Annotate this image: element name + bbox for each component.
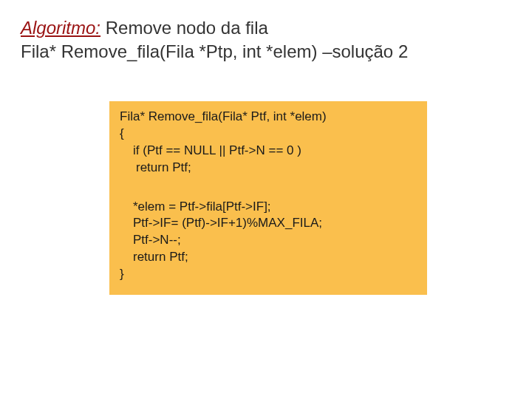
slide: Algoritmo: Remove nodo da fila Fila* Rem… bbox=[0, 0, 532, 295]
code-line: Fila* Remove_fila(Fila* Ptf, int *elem) bbox=[120, 109, 417, 126]
slide-title: Algoritmo: Remove nodo da fila Fila* Rem… bbox=[21, 16, 511, 64]
code-blank bbox=[120, 177, 417, 199]
code-box: Fila* Remove_fila(Fila* Ptf, int *elem) … bbox=[109, 101, 427, 295]
code-line: Ptf->N--; bbox=[120, 232, 417, 249]
title-algo-label: Algoritmo: bbox=[21, 18, 100, 38]
title-rest-line1: Remove nodo da fila bbox=[100, 18, 268, 38]
code-line: if (Ptf == NULL || Ptf->N == 0 ) bbox=[120, 143, 417, 160]
code-line: return Ptf; bbox=[120, 160, 417, 177]
code-line: *elem = Ptf->fila[Ptf->IF]; bbox=[120, 199, 417, 216]
title-line2: Fila* Remove_fila(Fila *Ptp, int *elem) … bbox=[21, 41, 408, 61]
code-line: { bbox=[120, 126, 417, 143]
code-line: } bbox=[120, 266, 417, 283]
code-line: Ptf->IF= (Ptf)->IF+1)%MAX_FILA; bbox=[120, 215, 417, 232]
code-line: return Ptf; bbox=[120, 249, 417, 266]
